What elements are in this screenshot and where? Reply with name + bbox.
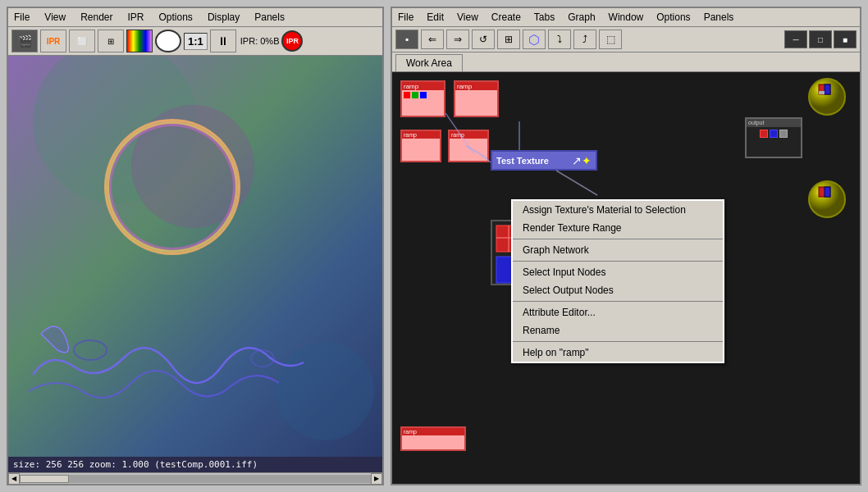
- right-panel: File Edit View Create Tabs Graph Window …: [391, 7, 861, 485]
- import-button[interactable]: ⤴: [573, 30, 596, 49]
- expand-button[interactable]: ⬚: [599, 30, 622, 49]
- left-menubar: File View Render IPR Options Display Pan…: [8, 8, 382, 27]
- grid-button[interactable]: ⊞: [497, 30, 520, 49]
- r-menu-create[interactable]: Create: [489, 10, 523, 25]
- color-swatch[interactable]: [126, 30, 153, 52]
- sphere-node-top[interactable]: [806, 76, 847, 117]
- status-bar: size: 256 256 zoom: 1.000 (testComp.0001…: [8, 457, 382, 472]
- ipr-badge: IPR: [281, 30, 303, 52]
- r-menu-view[interactable]: View: [455, 10, 481, 25]
- node-topleft-1[interactable]: ramp: [400, 80, 445, 117]
- r-menu-options[interactable]: Options: [654, 10, 692, 25]
- close-button[interactable]: ■: [834, 30, 857, 48]
- tab-bar: Work Area: [392, 52, 860, 72]
- r-menu-file[interactable]: File: [395, 10, 416, 25]
- context-rename[interactable]: Rename: [513, 321, 723, 339]
- node-topleft-2[interactable]: ramp: [454, 80, 499, 117]
- back-button[interactable]: ⇐: [421, 30, 444, 49]
- menu-ipr[interactable]: IPR: [126, 10, 147, 25]
- context-select-input[interactable]: Select Input Nodes: [513, 263, 723, 281]
- horizontal-scrollbar[interactable]: ◀ ▶: [8, 472, 382, 484]
- context-separator-4: [513, 341, 723, 342]
- status-text: size: 256 256 zoom: 1.000 (testComp.0001…: [13, 459, 258, 470]
- context-graph-network[interactable]: Graph Network: [513, 241, 723, 259]
- context-select-output[interactable]: Select Output Nodes: [513, 281, 723, 299]
- node-canvas[interactable]: ramp ramp: [392, 72, 860, 484]
- context-render-texture[interactable]: Render Texture Range: [513, 219, 723, 237]
- ipr2-button[interactable]: ⬜: [69, 30, 95, 52]
- ipr-button[interactable]: IPR: [40, 30, 66, 52]
- right-menubar: File Edit View Create Tabs Graph Window …: [392, 8, 860, 27]
- refresh-button[interactable]: ↺: [472, 30, 495, 49]
- right-toolbar: ▪ ⇐ ⇒ ↺ ⊞ ⬡ ⤵ ⤴ ⬚ ─ □ ■: [392, 27, 860, 52]
- r-menu-panels[interactable]: Panels: [701, 10, 737, 25]
- node-mid-1[interactable]: ramp: [400, 130, 441, 162]
- r-menu-window[interactable]: Window: [606, 10, 646, 25]
- render-status: IPR: 0%B: [240, 36, 280, 46]
- cursor-icon: ↗: [572, 154, 582, 167]
- export-button[interactable]: ⤵: [548, 30, 571, 49]
- scroll-thumb[interactable]: [20, 475, 69, 483]
- star-icon: ✦: [582, 154, 592, 167]
- menu-options[interactable]: Options: [157, 10, 195, 25]
- work-area-tab[interactable]: Work Area: [395, 54, 463, 71]
- minimize-button[interactable]: ─: [784, 30, 807, 48]
- dark-node-right[interactable]: output: [745, 117, 802, 158]
- svg-rect-4: [825, 84, 830, 94]
- menu-view[interactable]: View: [42, 10, 68, 25]
- window-controls: ─ □ ■: [784, 30, 857, 48]
- zoom-ratio: 1:1: [184, 33, 208, 50]
- pointer-tool[interactable]: ▪: [395, 30, 418, 49]
- context-separator-3: [513, 301, 723, 302]
- r-menu-edit[interactable]: Edit: [424, 10, 446, 25]
- pause-button[interactable]: ⏸: [210, 30, 236, 52]
- context-separator-2: [513, 261, 723, 262]
- options-icon[interactable]: ⊞: [98, 30, 124, 52]
- render-circle: [107, 121, 238, 253]
- forward-button[interactable]: ⇒: [446, 30, 469, 49]
- menu-render[interactable]: Render: [78, 10, 115, 25]
- node-bottom-1[interactable]: ramp: [400, 426, 466, 451]
- svg-line-19: [556, 171, 597, 195]
- svg-rect-8: [825, 187, 830, 197]
- menu-file[interactable]: File: [11, 10, 32, 25]
- scroll-track[interactable]: [20, 475, 371, 483]
- circle-icon[interactable]: [155, 30, 181, 52]
- context-attribute-editor[interactable]: Attribute Editor...: [513, 303, 723, 321]
- menu-display[interactable]: Display: [205, 10, 242, 25]
- context-help[interactable]: Help on "ramp": [513, 344, 723, 362]
- network-button[interactable]: ⬡: [523, 30, 546, 49]
- test-texture-node[interactable]: Test Texture ↗ ✦: [491, 150, 597, 171]
- context-separator-1: [513, 239, 723, 239]
- left-panel: File View Render IPR Options Display Pan…: [7, 7, 384, 485]
- left-toolbar: 🎬 IPR ⬜ ⊞ 1:1 ⏸ IPR: 0%B IPR: [8, 27, 382, 56]
- r-menu-graph[interactable]: Graph: [565, 10, 597, 25]
- filmstrip-icon[interactable]: 🎬: [11, 30, 38, 52]
- node-mid-2[interactable]: ramp: [448, 130, 489, 162]
- context-assign-texture[interactable]: Assign Texture's Material to Selection: [513, 201, 723, 219]
- squiggle-overlay: [25, 326, 312, 408]
- render-viewport: [8, 56, 382, 457]
- context-menu: Assign Texture's Material to Selection R…: [511, 199, 724, 363]
- maximize-button[interactable]: □: [809, 30, 832, 48]
- test-texture-label: Test Texture: [496, 156, 549, 166]
- svg-rect-5: [819, 91, 825, 94]
- menu-panels[interactable]: Panels: [252, 10, 287, 25]
- scroll-left-arrow[interactable]: ◀: [8, 473, 20, 485]
- scroll-right-arrow[interactable]: ▶: [371, 473, 382, 485]
- svg-point-0: [74, 340, 107, 360]
- r-menu-tabs[interactable]: Tabs: [532, 10, 557, 25]
- sphere-node-mid[interactable]: [806, 179, 847, 220]
